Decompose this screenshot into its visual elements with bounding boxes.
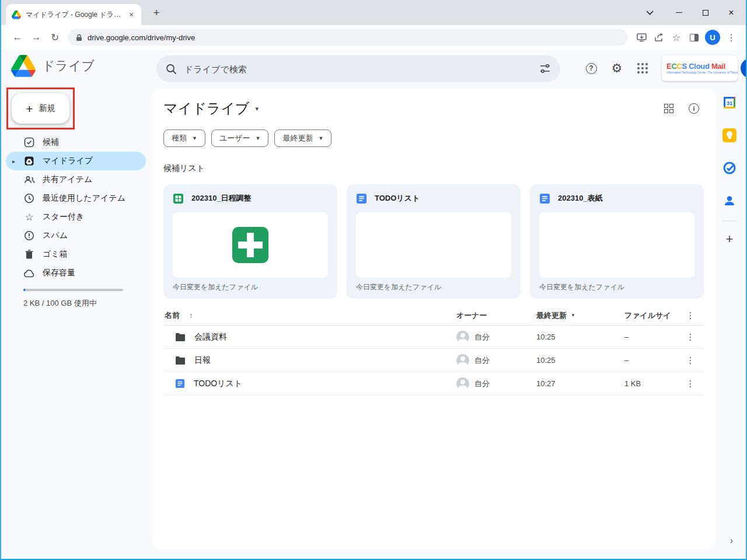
suggested-card[interactable]: 202310_表紙 今日変更を加えたファイル xyxy=(530,184,704,299)
row-actions-kebab-icon[interactable]: ⋮ xyxy=(677,379,704,389)
keep-icon[interactable] xyxy=(722,128,736,142)
search-bar[interactable] xyxy=(156,55,560,82)
browser-menu-kebab-icon[interactable]: ⋮ xyxy=(722,29,740,46)
drive-favicon xyxy=(12,10,21,19)
expand-arrow-icon[interactable]: ▸ xyxy=(12,158,15,164)
sidebar-item-spam[interactable]: スパム xyxy=(1,226,146,245)
settings-gear-icon[interactable]: ⚙ xyxy=(608,59,626,78)
details-info-icon[interactable]: i xyxy=(689,103,699,114)
title-dropdown-caret-icon[interactable]: ▾ xyxy=(255,105,259,113)
sidebar-item-label: スパム xyxy=(43,230,68,241)
suggested-card[interactable]: TODOリスト 今日変更を加えたファイル xyxy=(347,184,521,299)
file-name: 会議資料 xyxy=(194,332,227,342)
grid-view-toggle-icon[interactable] xyxy=(664,104,673,113)
tasks-icon[interactable] xyxy=(722,161,736,175)
sidebar-item-starred[interactable]: ☆ スター付き xyxy=(1,208,146,226)
my-drive-icon xyxy=(23,155,35,167)
search-icon xyxy=(166,64,177,75)
sidebar-item-label: ゴミ箱 xyxy=(43,249,68,260)
table-row[interactable]: 日報 自分 10:25 – ⋮ xyxy=(163,349,704,372)
browser-profile-avatar[interactable]: U xyxy=(705,30,720,45)
sidebar-item-label: 候補 xyxy=(43,137,59,148)
tab-title: マイドライブ - Google ドライブ xyxy=(26,10,121,20)
storage-usage-text: 2 KB / 100 GB 使用中 xyxy=(23,298,97,309)
filter-chip-people[interactable]: ユーザー ▼ xyxy=(211,130,269,147)
owner-avatar xyxy=(456,377,469,390)
spam-icon xyxy=(23,230,35,242)
table-row[interactable]: TODOリスト 自分 10:27 1 KB ⋮ xyxy=(163,372,704,396)
show-side-panel-chevron-icon[interactable]: › xyxy=(730,536,733,546)
column-header-name[interactable]: 名前 xyxy=(165,310,180,321)
new-button-label: 新規 xyxy=(39,103,55,114)
drive-logo[interactable]: ドライブ xyxy=(11,55,95,77)
new-button[interactable]: + 新規 xyxy=(12,93,69,124)
column-settings-kebab-icon[interactable]: ⋮ xyxy=(677,310,704,321)
storage-progress-bar xyxy=(23,289,123,291)
filter-chip-modified[interactable]: 最終更新 ▼ xyxy=(274,130,331,147)
sidebar-item-suggested[interactable]: 候補 xyxy=(1,133,146,152)
file-name: 日報 xyxy=(194,355,211,366)
chevron-down-icon: ▼ xyxy=(256,135,261,141)
page-title[interactable]: マイドライブ xyxy=(163,99,249,118)
install-app-icon[interactable] xyxy=(633,29,650,46)
docs-file-icon xyxy=(356,193,367,204)
bookmark-star-icon[interactable]: ☆ xyxy=(668,29,685,46)
window-maximize-button[interactable] xyxy=(697,0,714,25)
calendar-icon[interactable]: 31 xyxy=(722,96,736,110)
owner-name: 自分 xyxy=(474,355,490,366)
card-preview xyxy=(539,212,694,278)
search-options-icon[interactable] xyxy=(539,64,551,74)
tab-close-icon[interactable]: × xyxy=(126,9,137,20)
owner-name: 自分 xyxy=(474,332,490,342)
people-icon xyxy=(23,174,35,186)
file-name: TODOリスト xyxy=(194,379,242,389)
chevron-down-icon[interactable]: ▼ xyxy=(571,313,575,318)
google-apps-grid-icon[interactable] xyxy=(633,59,652,78)
drive-app: ドライブ ? ⚙ ECCS Cloud Mail Information xyxy=(1,50,746,559)
owner-name: 自分 xyxy=(474,379,490,389)
sidebar-item-storage[interactable]: 保存容量 xyxy=(1,264,146,282)
side-panel-icon[interactable] xyxy=(685,29,703,46)
window-close-button[interactable]: × xyxy=(722,0,740,25)
row-actions-kebab-icon[interactable]: ⋮ xyxy=(677,332,704,342)
owner-avatar xyxy=(456,331,469,344)
calendar-day-number: 31 xyxy=(727,100,732,106)
column-header-size[interactable]: ファイルサイ xyxy=(624,310,677,321)
app-name: ドライブ xyxy=(42,57,95,75)
browser-tab[interactable]: マイドライブ - Google ドライブ × xyxy=(6,4,141,25)
browser-window: マイドライブ - Google ドライブ × + × ← → ↻ drive.g… xyxy=(0,0,747,560)
forward-icon[interactable]: → xyxy=(27,28,46,47)
column-header-owner[interactable]: オーナー xyxy=(456,310,526,321)
table-row[interactable]: 会議資料 自分 10:25 – ⋮ xyxy=(163,326,704,349)
cloud-icon xyxy=(23,267,35,279)
tab-search-chevron-icon[interactable] xyxy=(641,0,658,25)
sidebar-item-label: 最近使用したアイテム xyxy=(43,193,125,204)
card-reason-text: 今日変更を加えたファイル xyxy=(173,282,328,292)
sidebar-item-shared[interactable]: 共有アイテム xyxy=(1,170,146,189)
share-icon[interactable] xyxy=(650,29,668,46)
reload-icon[interactable]: ↻ xyxy=(46,28,64,47)
address-bar[interactable]: drive.google.com/drive/my-drive xyxy=(68,29,628,46)
card-file-name: 202310_日程調整 xyxy=(191,193,252,204)
modified-time: 10:25 xyxy=(536,356,614,365)
search-input[interactable] xyxy=(184,64,532,74)
suggested-section-label: 候補リスト xyxy=(163,163,205,174)
sidebar-item-recent[interactable]: 最近使用したアイテム xyxy=(1,189,146,208)
new-tab-button[interactable]: + xyxy=(149,6,163,20)
divider xyxy=(722,220,737,221)
suggested-card[interactable]: 202310_日程調整 今日変更を加えたファイル xyxy=(163,184,337,299)
column-header-modified[interactable]: 最終更新 xyxy=(536,310,567,321)
back-icon[interactable]: ← xyxy=(8,28,27,47)
sidebar-item-my-drive[interactable]: ▸ マイドライブ xyxy=(6,152,146,170)
row-actions-kebab-icon[interactable]: ⋮ xyxy=(677,355,704,366)
filter-chip-type[interactable]: 種類 ▼ xyxy=(163,130,205,147)
table-header-row: 名前 ↑ オーナー 最終更新 ▼ ファイルサイ ⋮ xyxy=(163,306,704,326)
contacts-icon[interactable] xyxy=(722,194,736,208)
sidebar-item-trash[interactable]: ゴミ箱 xyxy=(1,245,146,264)
help-icon[interactable]: ? xyxy=(582,59,601,78)
url-text: drive.google.com/drive/my-drive xyxy=(88,33,195,42)
card-file-name: TODOリスト xyxy=(375,193,420,204)
sort-ascending-icon[interactable]: ↑ xyxy=(189,311,193,320)
window-minimize-button[interactable] xyxy=(670,0,687,25)
add-panel-app-icon[interactable]: + xyxy=(726,232,734,247)
